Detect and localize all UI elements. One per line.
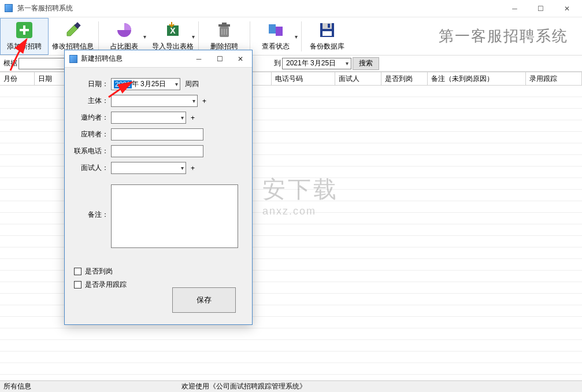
svg-rect-7 [222,23,227,24]
app-title: 第一客服招聘系统 [17,3,502,13]
checkbox-arrived[interactable] [74,268,81,275]
phone-input[interactable] [111,145,203,157]
label-phone: 联系电话： [74,146,111,156]
svg-rect-15 [328,24,330,28]
svg-text:X: X [170,26,176,35]
status-icon [266,21,285,39]
col-phone[interactable]: 电话号码 [272,72,335,85]
checkbox-track-label: 是否录用跟踪 [85,280,127,290]
date-picker[interactable]: 2021年 3月25日 [111,78,180,90]
toolbar-chart-button[interactable]: 占比图表 ▾ [100,18,149,55]
dialog-minimize-button[interactable]: ─ [188,51,209,67]
subject-combo[interactable] [111,95,198,107]
label-inviter: 邀约者： [74,113,111,123]
toolbar-backup-label: 备份数据库 [310,42,344,51]
add-icon [15,21,34,39]
chevron-down-icon: ▾ [192,33,195,39]
svg-rect-16 [322,31,332,36]
dialog-title: 新建招聘信息 [81,54,188,64]
dialog-maximize-button[interactable]: ☐ [209,51,230,67]
toolbar-add-label: 添加新招聘 [7,42,42,51]
svg-rect-14 [322,23,332,29]
save-button-label: 保存 [197,295,212,305]
col-remark[interactable]: 备注（未到岗原因） [428,72,526,85]
status-left: 所有信息 [3,382,31,391]
inviter-combo[interactable] [111,112,186,124]
delete-icon [215,21,233,39]
dialog-close-button[interactable]: ✕ [230,51,251,67]
status-center: 欢迎使用《公司面试招聘跟踪管理系统》 [181,382,306,391]
save-button[interactable]: 保存 [172,287,236,313]
toolbar-import-export-button[interactable]: X 导入导出表格 ▾ [149,18,197,55]
svg-rect-12 [276,27,283,36]
chevron-down-icon: ▾ [143,33,146,39]
label-date: 日期： [74,79,111,89]
import-export-icon: X [164,21,182,39]
svg-rect-6 [218,24,230,27]
svg-rect-11 [269,24,276,34]
label-applicant: 应聘者： [74,130,111,139]
col-arrived[interactable]: 是否到岗 [381,72,428,85]
col-track[interactable]: 录用跟踪 [526,72,582,85]
filter-to-label: 到 [274,58,281,68]
close-button[interactable]: ✕ [554,1,580,17]
maximize-button[interactable]: ☐ [528,1,554,17]
checkbox-track[interactable] [74,281,81,289]
app-icon [5,4,14,13]
dialog-body: 日期： 2021年 3月25日 周四 主体： + 邀约者： + 应聘者： 联系电… [65,68,252,300]
chart-icon [115,21,134,39]
toolbar-edit-button[interactable]: 修改招聘信息 [49,18,97,55]
status-bar: 所有信息 欢迎使用《公司面试招聘跟踪管理系统》 [0,380,582,392]
main-titlebar: 第一客服招聘系统 ─ ☐ ✕ [0,0,582,17]
label-interviewer: 面试人： [74,163,111,173]
toolbar-add-button[interactable]: 添加新招聘 [0,18,49,55]
chevron-down-icon: ▾ [295,33,298,39]
col-interviewer[interactable]: 面试人 [335,72,381,85]
checkbox-arrived-row[interactable]: 是否到岗 [74,267,243,276]
toolbar-separator [98,21,99,51]
filter-label: 根据 [3,58,17,68]
col-month[interactable]: 月份 [0,72,35,85]
dialog-icon [69,55,77,63]
toolbar-separator [301,21,302,51]
filter-date-to[interactable]: 2021年 3月25日 [282,58,351,69]
new-record-dialog: 新建招聘信息 ─ ☐ ✕ 日期： 2021年 3月25日 周四 主体： + 邀约… [64,50,253,325]
label-remark: 备注： [74,210,111,220]
label-subject: 主体： [74,96,111,106]
toolbar-status-button[interactable]: 查看状态 ▾ [251,18,300,55]
dialog-titlebar[interactable]: 新建招聘信息 ─ ☐ ✕ [65,50,252,68]
toolbar-status-label: 查看状态 [262,42,290,51]
remark-textarea[interactable] [111,184,238,248]
brand-text: 第一客服招聘系统 [439,26,582,46]
toolbar-separator [250,21,250,51]
toolbar-separator [198,21,199,51]
applicant-input[interactable] [111,128,203,140]
interviewer-combo[interactable] [111,162,186,174]
toolbar-delete-button[interactable]: 删除招聘 [200,18,249,55]
date-year-selected: 2021 [114,80,132,88]
minimize-button[interactable]: ─ [502,1,528,17]
inviter-add-button[interactable]: + [191,114,195,122]
toolbar-backup-button[interactable]: 备份数据库 [303,18,351,55]
search-button[interactable]: 搜索 [353,57,379,70]
date-rest: 年 3月25日 [132,79,166,89]
backup-icon [318,21,336,39]
interviewer-add-button[interactable]: + [191,164,195,172]
weekday-label: 周四 [185,79,199,89]
subject-add-button[interactable]: + [202,97,206,105]
edit-icon [64,21,82,39]
checkbox-arrived-label: 是否到岗 [85,267,113,276]
